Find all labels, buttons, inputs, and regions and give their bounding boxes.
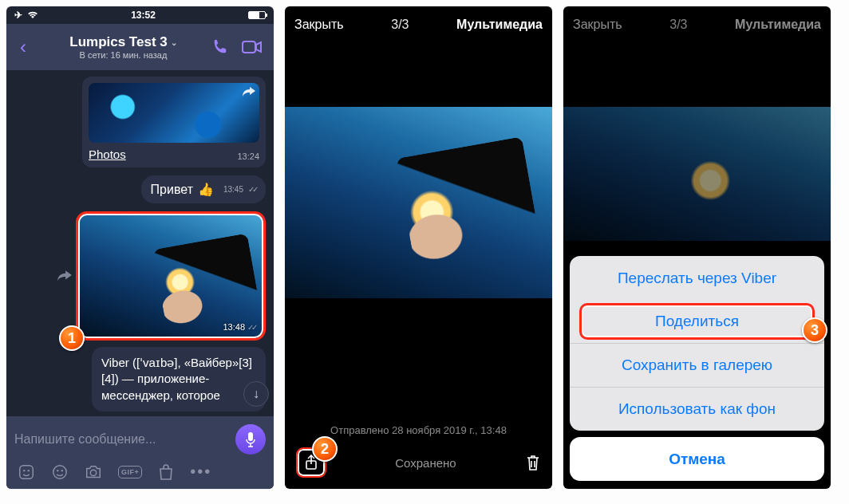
action-sheet: Переслать через Viber Поделиться Сохрани… bbox=[563, 256, 831, 489]
message-time: 13:45 bbox=[223, 185, 243, 194]
sheet-cancel[interactable]: Отмена bbox=[570, 437, 824, 481]
svg-point-4 bbox=[28, 469, 30, 471]
chat-title[interactable]: Lumpics Test 3 bbox=[69, 34, 168, 50]
saved-label: Сохранено bbox=[395, 456, 456, 470]
more-icon[interactable]: ••• bbox=[190, 463, 211, 481]
forward-icon[interactable] bbox=[242, 86, 256, 97]
svg-point-5 bbox=[53, 465, 67, 478]
chat-navbar: ‹ Lumpics Test 3 ⌄ В сети: 16 мин. назад bbox=[6, 24, 274, 70]
photo-message[interactable]: 13:48 ✓✓ bbox=[76, 211, 266, 341]
viewer-bottombar: 2 Сохранено bbox=[285, 441, 552, 489]
media-image-dimmed bbox=[563, 107, 831, 241]
link-time: 13:24 bbox=[237, 152, 259, 161]
delete-button[interactable] bbox=[525, 454, 541, 471]
wifi-icon bbox=[27, 11, 38, 19]
sheet-share[interactable]: Поделиться bbox=[579, 303, 815, 340]
link-preview-card[interactable]: Photos 13:24 bbox=[82, 77, 266, 167]
read-check-icon: ✓✓ bbox=[247, 323, 255, 332]
airplane-icon: ✈ bbox=[14, 10, 22, 21]
chevron-down-icon: ⌄ bbox=[171, 38, 177, 47]
viewer-topbar: Закрыть 3/3 Мультимедиа bbox=[285, 6, 552, 43]
step-badge-1: 1 bbox=[59, 325, 85, 351]
svg-point-7 bbox=[61, 469, 63, 471]
photo-time: 13:48 bbox=[223, 322, 245, 332]
sheet-forward-viber[interactable]: Переслать через Viber bbox=[570, 256, 824, 300]
close-button[interactable]: Закрыть bbox=[294, 18, 344, 32]
chat-subtitle: В сети: 16 мин. назад bbox=[38, 50, 208, 60]
status-bar: ✈ 13:52 bbox=[6, 6, 274, 24]
svg-point-3 bbox=[23, 469, 25, 471]
chat-screen: ✈ 13:52 ‹ Lumpics Test 3 ⌄ В сети: 16 ми… bbox=[6, 6, 274, 489]
back-button[interactable]: ‹ bbox=[11, 36, 35, 58]
step-badge-2: 2 bbox=[312, 436, 338, 462]
message-bubble[interactable]: Viber ([ˈvaɪbə], «Вайбер»[3][4]) — прило… bbox=[92, 347, 266, 411]
scroll-down-button[interactable]: ↓ bbox=[243, 381, 269, 407]
svg-rect-0 bbox=[243, 41, 255, 53]
sticker-icon[interactable] bbox=[18, 463, 35, 481]
voice-message-button[interactable] bbox=[235, 424, 266, 455]
thumbs-up-icon: 👍 bbox=[198, 182, 214, 197]
multimedia-button[interactable]: Мультимедиа bbox=[456, 18, 543, 32]
media-viewer-screen: Закрыть 3/3 Мультимедиа Отправлено 28 но… bbox=[285, 6, 552, 489]
svg-point-6 bbox=[57, 469, 58, 471]
media-counter: 3/3 bbox=[391, 18, 409, 32]
battery-icon bbox=[248, 11, 266, 19]
camera-icon[interactable] bbox=[85, 464, 102, 480]
multimedia-button[interactable]: Мультимедиа bbox=[735, 18, 821, 32]
forward-icon[interactable] bbox=[57, 270, 73, 282]
svg-rect-1 bbox=[248, 432, 253, 441]
gif-button[interactable]: GIF+ bbox=[118, 466, 142, 478]
media-counter: 3/3 bbox=[669, 18, 687, 32]
message-bubble[interactable]: Привет 👍 13:45 ✓✓ bbox=[141, 175, 266, 203]
clock: 13:52 bbox=[131, 10, 156, 21]
step-badge-3: 3 bbox=[802, 317, 827, 343]
call-button[interactable] bbox=[211, 38, 239, 56]
message-composer: Напишите сообщение... GIF+ ••• bbox=[6, 416, 274, 489]
media-image[interactable] bbox=[285, 107, 552, 298]
emoji-icon[interactable] bbox=[51, 463, 69, 481]
action-sheet-screen: Закрыть 3/3 Мультимедиа Переслать через … bbox=[563, 6, 831, 489]
message-text: Viber ([ˈvaɪbə], «Вайбер»[3][4]) — прило… bbox=[101, 356, 252, 402]
sheet-use-wallpaper[interactable]: Использовать как фон bbox=[570, 387, 824, 431]
message-input[interactable]: Напишите сообщение... bbox=[14, 432, 229, 447]
sheet-save-gallery[interactable]: Сохранить в галерею bbox=[570, 343, 824, 387]
read-check-icon: ✓✓ bbox=[248, 185, 256, 194]
shop-icon[interactable] bbox=[158, 463, 174, 481]
svg-rect-2 bbox=[20, 465, 34, 478]
message-text: Привет bbox=[151, 183, 193, 197]
close-button[interactable]: Закрыть bbox=[573, 18, 622, 32]
chat-body[interactable]: Photos 13:24 Привет 👍 13:45 ✓✓ 13:48 ✓✓ bbox=[6, 70, 274, 416]
viewer-topbar: Закрыть 3/3 Мультимедиа bbox=[563, 6, 831, 43]
svg-point-8 bbox=[90, 470, 96, 475]
link-label[interactable]: Photos bbox=[89, 148, 126, 161]
video-call-button[interactable] bbox=[242, 40, 269, 54]
link-thumbnail bbox=[89, 83, 259, 143]
